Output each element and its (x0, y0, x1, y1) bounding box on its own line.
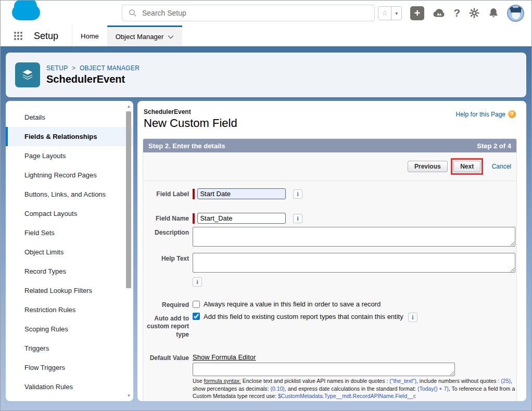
sidebar-item-object-limits[interactable]: Object Limits (6, 242, 133, 262)
sidebar-item-lightning-record-pages[interactable]: Lightning Record Pages (6, 165, 133, 185)
object-manager-sidebar: Details Fields & Relationships Page Layo… (6, 101, 133, 401)
required-label: Required (143, 299, 189, 310)
show-formula-editor-link[interactable]: Show Formula Editor (193, 353, 256, 361)
app-launcher-icon[interactable] (14, 32, 22, 40)
gear-icon[interactable] (468, 7, 480, 19)
auto-add-checkbox[interactable] (193, 313, 200, 320)
content-row: Details Fields & Relationships Page Layo… (6, 101, 526, 401)
global-header: ☆ ▾ + ? (1, 1, 531, 25)
required-checkbox[interactable] (193, 301, 200, 308)
annotation-highlight-box: Next (451, 158, 483, 175)
sidebar-item-related-lookup-filters[interactable]: Related Lookup Filters (6, 281, 133, 300)
cancel-link-top[interactable]: Cancel (492, 163, 511, 170)
scroll-up-icon[interactable]: ▲ (125, 103, 132, 110)
salesforce-logo-icon (12, 5, 40, 20)
object-title: SchedulerEvent (46, 73, 140, 85)
help-text-label: Help Text (143, 253, 189, 287)
object-layers-icon (15, 62, 40, 87)
step-progress: Step 2 of 4 (477, 142, 511, 150)
user-avatar[interactable] (507, 5, 524, 22)
info-icon[interactable]: i (293, 189, 302, 199)
breadcrumb: SETUP > OBJECT MANAGER SchedulerEvent (46, 65, 140, 85)
top-action-row: Previous Next Cancel (143, 152, 516, 181)
sidebar-item-restriction-rules[interactable]: Restriction Rules (6, 300, 133, 319)
tab-object-manager-label: Object Manager (116, 33, 164, 41)
step-header: Step 2. Enter the details Step 2 of 4 (143, 139, 516, 152)
sidebar-item-scoping-rules[interactable]: Scoping Rules (6, 319, 133, 339)
tab-object-manager[interactable]: Object Manager (107, 25, 183, 46)
bell-icon[interactable] (488, 7, 499, 19)
sidebar-item-triggers[interactable]: Triggers (6, 339, 133, 358)
info-icon[interactable]: i (293, 214, 302, 223)
sidebar-item-details[interactable]: Details (6, 108, 133, 127)
quick-create-plus-icon[interactable]: + (410, 6, 424, 20)
default-value-textarea[interactable] (193, 363, 455, 376)
search-setup-box[interactable] (122, 5, 375, 21)
sidebar-item-page-layouts[interactable]: Page Layouts (6, 146, 133, 165)
description-textarea[interactable] (193, 227, 515, 247)
new-custom-field-panel: SchedulerEvent New Custom Field Help for… (137, 101, 526, 401)
search-input[interactable] (142, 9, 350, 17)
breadcrumb-setup-link[interactable]: SETUP (46, 65, 68, 72)
breadcrumb-separator: > (72, 65, 75, 72)
required-checkbox-label: Always require a value in this field in … (204, 300, 381, 308)
previous-button-top[interactable]: Previous (408, 161, 448, 172)
field-label-input[interactable] (197, 188, 286, 199)
breadcrumb-object-manager-link[interactable]: OBJECT MANAGER (80, 65, 140, 72)
field-name-input[interactable] (197, 213, 286, 224)
next-button-top[interactable]: Next (453, 161, 480, 172)
setup-nav-bar: Setup Home Object Manager (1, 25, 531, 46)
chevron-down-icon (168, 35, 174, 39)
help-text-textarea[interactable] (193, 253, 515, 273)
setup-background: SETUP > OBJECT MANAGER SchedulerEvent De… (1, 46, 531, 410)
search-icon (129, 9, 137, 17)
favorites-control: ☆ ▾ (378, 6, 402, 20)
scrollbar-thumb[interactable] (126, 111, 131, 288)
default-value-label: Default Value (143, 352, 189, 400)
help-for-this-page-link[interactable]: Help for this Page ? (456, 110, 516, 118)
sidebar-item-validation-rules[interactable]: Validation Rules (6, 377, 133, 396)
sidebar-item-record-types[interactable]: Record Types (6, 262, 133, 281)
favorites-caret-down-icon[interactable]: ▾ (391, 7, 401, 20)
step-title: Step 2. Enter the details (148, 142, 225, 150)
auto-add-checkbox-label: Add this field to existing custom report… (204, 313, 403, 320)
header-action-icons: ☆ ▾ + ? (378, 4, 524, 22)
sidebar-item-field-sets[interactable]: Field Sets (6, 223, 133, 242)
salesforce-setup-screen: { "colors": { "brand_cloud_blue": "#00a1… (0, 0, 532, 411)
object-header-card: SETUP > OBJECT MANAGER SchedulerEvent (6, 53, 526, 97)
sidebar-item-flow-triggers[interactable]: Flow Triggers (6, 358, 133, 377)
required-indicator (193, 189, 195, 199)
sidebar-item-buttons-links-actions[interactable]: Buttons, Links, and Actions (6, 185, 133, 204)
field-label-label: Field Label (143, 188, 189, 199)
required-indicator (193, 213, 195, 224)
field-name-label: Field Name (143, 213, 189, 224)
info-icon[interactable]: i (193, 277, 202, 287)
scroll-down-icon[interactable]: ▼ (125, 392, 132, 399)
auto-add-label: Auto add to custom report type (143, 313, 189, 339)
field-details-form: Field Label i Field Name i (143, 181, 516, 401)
app-name-label: Setup (34, 31, 58, 42)
page-title: New Custom Field (144, 117, 518, 130)
wizard-step-section: Step 2. Enter the details Step 2 of 4 Pr… (143, 138, 517, 401)
tab-home[interactable]: Home (72, 25, 107, 46)
favorites-star-icon[interactable]: ☆ (378, 7, 391, 20)
trailhead-icon[interactable] (433, 7, 445, 19)
help-icon[interactable]: ? (453, 7, 460, 19)
info-icon[interactable]: i (408, 313, 417, 322)
sidebar-item-fields-relationships[interactable]: Fields & Relationships (6, 127, 133, 146)
help-badge-icon: ? (508, 110, 516, 118)
sidebar-scrollbar[interactable]: ▲ ▼ (125, 103, 132, 399)
formula-syntax-help: Use formula syntax: Enclose text and pic… (193, 377, 517, 400)
sidebar-item-compact-layouts[interactable]: Compact Layouts (6, 204, 133, 223)
description-label: Description (143, 227, 189, 249)
